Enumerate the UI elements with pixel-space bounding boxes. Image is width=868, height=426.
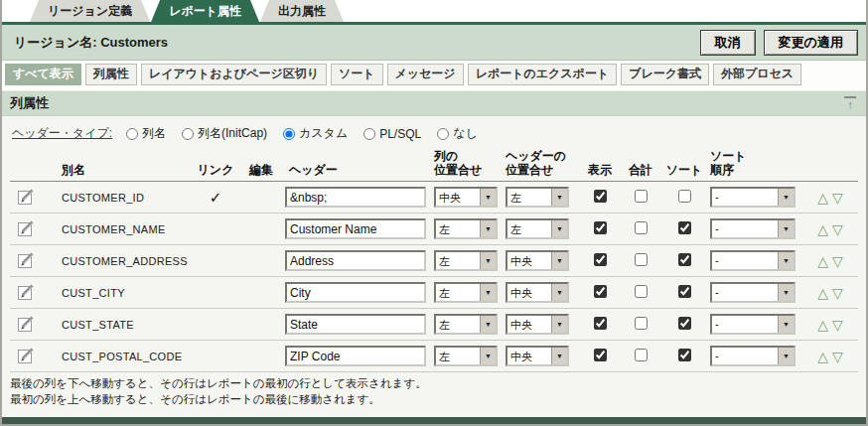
sum-checkbox[interactable] (635, 253, 648, 266)
header-type-label[interactable]: ヘッダー・タイプ: (12, 125, 112, 142)
tab-label: 出力属性 (278, 4, 326, 18)
heading-input[interactable] (285, 282, 426, 303)
sum-checkbox[interactable] (635, 317, 648, 330)
heading-input[interactable] (285, 314, 426, 335)
sort-checkbox[interactable] (678, 221, 691, 234)
select-value: - (712, 284, 778, 301)
show-checkbox[interactable] (594, 190, 607, 203)
radio-none[interactable]: なし (437, 125, 478, 142)
dropdown-arrow-icon: ▼ (480, 220, 496, 237)
move-up-button[interactable]: △ (817, 349, 828, 364)
sum-checkbox[interactable] (635, 221, 648, 234)
show-checkbox[interactable] (594, 349, 607, 361)
radio-plsql[interactable]: PL/SQL (363, 127, 421, 141)
show-checkbox[interactable] (594, 253, 607, 266)
sort-checkbox[interactable] (678, 285, 691, 298)
show-checkbox[interactable] (594, 221, 607, 234)
move-up-button[interactable]: △ (817, 253, 828, 269)
heading-input[interactable] (285, 346, 426, 366)
edit-pencil-icon[interactable] (18, 251, 38, 269)
move-down-button[interactable]: ▽ (832, 285, 843, 301)
sort-sequence-select[interactable]: -▼ (710, 187, 796, 208)
region-name: リージョン名: Customers (14, 34, 168, 52)
heading-input[interactable] (285, 218, 426, 239)
radio-input[interactable] (437, 128, 449, 140)
column-alignment-select[interactable]: 左▼ (434, 346, 498, 366)
show-checkbox[interactable] (594, 317, 607, 330)
radio-column-names-initcap[interactable]: 列名(InitCap) (182, 125, 267, 142)
column-alignment-select[interactable]: 左▼ (434, 250, 498, 271)
sum-checkbox[interactable] (635, 349, 648, 361)
column-alignment-select[interactable]: 中央▼ (434, 187, 498, 208)
sort-checkbox[interactable] (678, 253, 691, 266)
tab-region-definition[interactable]: リージョン定義 (30, 0, 150, 22)
column-alignment-select[interactable]: 左▼ (434, 282, 498, 303)
move-up-button[interactable]: △ (817, 221, 828, 237)
move-down-button[interactable]: ▽ (832, 349, 843, 364)
radio-input[interactable] (126, 128, 138, 140)
subnav-layout-pagination[interactable]: レイアウトおよびページ区切り (141, 64, 327, 85)
edit-pencil-icon[interactable] (18, 188, 38, 206)
subnav-column-attributes[interactable]: 列属性 (85, 64, 137, 85)
tab-print-attributes[interactable]: 出力属性 (260, 0, 344, 22)
move-up-button[interactable]: △ (817, 317, 828, 333)
sort-sequence-select[interactable]: -▼ (710, 250, 796, 271)
cancel-button[interactable]: 取消 (700, 30, 756, 56)
heading-alignment-select[interactable]: 中央▼ (506, 250, 569, 271)
move-up-button[interactable]: △ (817, 190, 828, 206)
sort-sequence-select[interactable]: -▼ (710, 314, 796, 335)
edit-pencil-icon[interactable] (18, 283, 38, 301)
column-alignment-select[interactable]: 左▼ (434, 314, 498, 335)
dropdown-arrow-icon: ▼ (480, 252, 496, 269)
dropdown-arrow-icon: ▼ (778, 348, 794, 364)
sort-sequence-select[interactable]: -▼ (710, 218, 796, 239)
edit-indicator (239, 277, 283, 309)
edit-pencil-icon[interactable] (18, 347, 38, 364)
subnav-report-export[interactable]: レポートのエクスポート (468, 64, 618, 85)
tab-report-attributes[interactable]: レポート属性 (151, 0, 259, 22)
move-down-button[interactable]: ▽ (832, 317, 843, 333)
header-sort-sequence: ソート順序 (708, 147, 802, 182)
column-alias: CUST_POSTAL_CODE (48, 341, 192, 372)
column-alignment-select[interactable]: 左▼ (434, 218, 498, 239)
radio-input[interactable] (182, 128, 194, 140)
radio-custom[interactable]: カスタム (283, 125, 348, 142)
sort-checkbox[interactable] (678, 317, 691, 330)
heading-input[interactable] (285, 250, 426, 271)
header-column-alignment: 列の位置合せ (432, 147, 504, 182)
sum-checkbox[interactable] (635, 285, 648, 298)
region-footer-bar (2, 417, 866, 424)
move-up-button[interactable]: △ (817, 285, 828, 301)
move-down-button[interactable]: ▽ (832, 190, 843, 206)
move-down-button[interactable]: ▽ (832, 221, 843, 237)
heading-alignment-select[interactable]: 中央▼ (506, 282, 569, 303)
subnav-break-formatting[interactable]: ブレーク書式 (621, 64, 709, 85)
heading-alignment-select[interactable]: 中央▼ (506, 346, 569, 366)
radio-column-names[interactable]: 列名 (126, 125, 166, 142)
radio-input[interactable] (363, 128, 375, 140)
subnav-external-processing[interactable]: 外部プロセス (713, 64, 801, 85)
header-type-group: ヘッダー・タイプ: 列名 列名(InitCap) カスタム PL/SQL なし (2, 116, 866, 147)
subnav: すべて表示 列属性 レイアウトおよびページ区切り ソート メッセージ レポートの… (2, 61, 866, 88)
sort-sequence-select[interactable]: -▼ (710, 282, 796, 303)
heading-input[interactable] (285, 187, 426, 208)
edit-pencil-icon[interactable] (18, 219, 38, 237)
select-value: - (712, 316, 778, 333)
move-down-button[interactable]: ▽ (832, 253, 843, 269)
sort-checkbox[interactable] (678, 190, 691, 203)
heading-alignment-select[interactable]: 左▼ (506, 187, 569, 208)
edit-pencil-icon[interactable] (18, 315, 38, 333)
show-checkbox[interactable] (594, 285, 607, 298)
sort-checkbox[interactable] (678, 349, 691, 361)
radio-input[interactable] (283, 128, 295, 140)
apply-changes-button[interactable]: 変更の適用 (764, 30, 858, 56)
heading-alignment-select[interactable]: 中央▼ (506, 314, 569, 335)
subnav-sorting[interactable]: ソート (331, 64, 383, 85)
sum-checkbox[interactable] (635, 190, 648, 203)
header-edit: 編集 (239, 147, 283, 182)
subnav-messages[interactable]: メッセージ (387, 64, 464, 85)
sort-sequence-select[interactable]: -▼ (710, 346, 796, 366)
heading-alignment-select[interactable]: 左▼ (506, 218, 569, 239)
go-to-top-icon[interactable]: ↑ (844, 96, 856, 111)
subnav-show-all[interactable]: すべて表示 (5, 64, 81, 85)
